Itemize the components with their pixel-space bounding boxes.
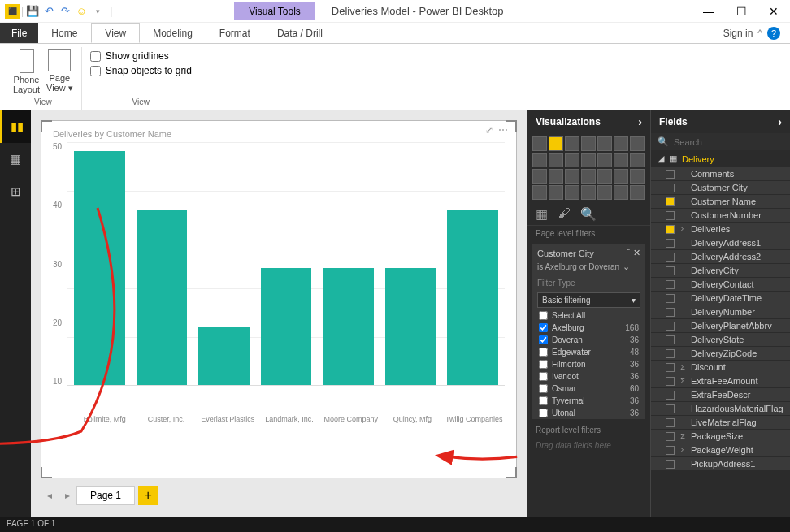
viz-type-icon[interactable] — [581, 169, 596, 184]
field-checkbox[interactable] — [666, 197, 675, 206]
collapse-panel-icon[interactable]: › — [638, 115, 642, 128]
field-row[interactable]: DeliveryDateTime — [651, 292, 790, 305]
snap-to-grid-checkbox[interactable]: Snap objects to grid — [90, 65, 192, 76]
filter-value-row[interactable]: Osmar60 — [532, 383, 645, 395]
page-prev-button[interactable]: ◂ — [41, 490, 59, 501]
viz-type-icon[interactable] — [581, 136, 596, 151]
field-row[interactable]: DeliveryCity — [651, 264, 790, 278]
page-tab[interactable]: Page 1 — [76, 486, 135, 505]
page-next-button[interactable]: ▸ — [59, 490, 76, 501]
chart-bar[interactable] — [137, 210, 188, 385]
model-view-button[interactable]: ⊞ — [0, 175, 31, 208]
field-row[interactable]: ΣDiscount — [651, 361, 790, 374]
field-row[interactable]: ExtraFeeDescr — [651, 388, 790, 402]
viz-type-icon[interactable] — [532, 136, 547, 151]
field-row[interactable]: CustomerNumber — [651, 209, 790, 223]
maximize-button[interactable]: ☐ — [725, 0, 757, 23]
format-icon[interactable]: 🖌 — [558, 206, 571, 222]
collapse-panel-icon[interactable]: › — [778, 115, 782, 128]
viz-type-icon[interactable] — [597, 169, 612, 184]
field-row[interactable]: DeliveryNumber — [651, 305, 790, 319]
field-row[interactable]: ΣDeliveries — [651, 223, 790, 236]
page-view-button[interactable]: Page View ▾ — [46, 49, 73, 93]
field-checkbox[interactable] — [666, 349, 675, 358]
viz-type-icon[interactable] — [630, 153, 645, 167]
viz-type-icon[interactable] — [614, 136, 628, 151]
field-checkbox[interactable] — [666, 460, 675, 469]
field-row[interactable]: ΣExtraFeeAmount — [651, 374, 790, 388]
filter-value-row[interactable]: Utonal36 — [532, 407, 645, 419]
filter-value-row[interactable]: Doveran36 — [532, 334, 645, 346]
field-checkbox[interactable] — [666, 280, 675, 289]
viz-type-icon[interactable] — [581, 153, 596, 167]
field-row[interactable]: ΣPackageSize — [651, 430, 790, 443]
close-button[interactable]: ✕ — [757, 0, 790, 23]
field-row[interactable]: Comments — [651, 167, 790, 181]
filter-type-dropdown[interactable]: Basic filtering▾ — [537, 292, 640, 308]
field-checkbox[interactable] — [666, 239, 675, 248]
viz-type-icon[interactable] — [630, 169, 645, 184]
field-row[interactable]: DeliveryZipCode — [651, 347, 790, 361]
field-checkbox[interactable] — [666, 253, 675, 262]
viz-type-icon[interactable] — [549, 136, 563, 151]
field-checkbox[interactable] — [666, 266, 675, 275]
viz-type-icon[interactable] — [614, 153, 628, 167]
analytics-icon[interactable]: 🔍 — [580, 206, 597, 222]
viz-type-icon[interactable] — [532, 185, 547, 200]
ribbon-tab-home[interactable]: Home — [38, 23, 91, 43]
chart-bar[interactable] — [447, 210, 498, 385]
report-view-button[interactable]: ▮▮ — [0, 110, 31, 143]
field-checkbox[interactable] — [666, 308, 675, 317]
viz-type-icon[interactable] — [614, 185, 628, 200]
filter-value-row[interactable]: Ivandot36 — [532, 370, 645, 383]
field-row[interactable]: ΣPackageWeight — [651, 443, 790, 457]
field-checkbox[interactable] — [666, 184, 675, 192]
data-view-button[interactable]: ▦ — [0, 143, 31, 175]
viz-type-icon[interactable] — [532, 169, 547, 184]
field-checkbox[interactable] — [666, 446, 675, 455]
qa-dropdown-icon[interactable]: ▾ — [90, 4, 105, 19]
collapse-table-icon[interactable]: ◢ — [658, 154, 664, 164]
filter-card[interactable]: Customer City ˆ ✕ is Axelburg or Doveran… — [532, 244, 645, 419]
viz-type-icon[interactable] — [597, 153, 612, 167]
viz-type-icon[interactable] — [549, 185, 563, 200]
minimize-button[interactable]: — — [692, 0, 725, 23]
ribbon-tab-modeling[interactable]: Modeling — [140, 23, 206, 43]
filter-select-all[interactable]: Select All — [532, 309, 645, 322]
filter-value-row[interactable]: Axelburg168 — [532, 322, 645, 334]
viz-type-icon[interactable] — [614, 169, 628, 184]
report-canvas[interactable]: ⤢ ⋯ Deliveries by Customer Name 50403020… — [31, 110, 527, 517]
viz-type-icon[interactable] — [565, 169, 579, 184]
field-checkbox[interactable] — [666, 418, 675, 427]
help-icon[interactable]: ? — [767, 27, 780, 40]
field-checkbox[interactable] — [666, 404, 675, 413]
viz-type-icon[interactable] — [565, 185, 579, 200]
field-row[interactable]: DeliveryContact — [651, 278, 790, 292]
field-checkbox[interactable] — [666, 391, 675, 400]
undo-icon[interactable]: ↶ — [41, 4, 56, 19]
field-checkbox[interactable] — [666, 294, 675, 303]
field-checkbox[interactable] — [666, 211, 675, 220]
file-tab[interactable]: File — [0, 23, 38, 43]
clear-filter-icon[interactable]: ⌄ — [623, 262, 630, 272]
field-checkbox[interactable] — [666, 432, 675, 441]
field-checkbox[interactable] — [666, 363, 675, 372]
viz-type-icon[interactable] — [532, 153, 547, 167]
field-row[interactable]: DeliveryPlanetAbbrv — [651, 319, 790, 333]
field-row[interactable]: DeliveryAddress2 — [651, 250, 790, 264]
viz-type-icon[interactable] — [581, 185, 596, 200]
field-row[interactable]: PickupAddress1 — [651, 457, 790, 471]
field-checkbox[interactable] — [666, 225, 675, 234]
chart-visual[interactable]: ⤢ ⋯ Deliveries by Customer Name 50403020… — [41, 120, 517, 478]
redo-icon[interactable]: ↷ — [58, 4, 72, 19]
ribbon-tab-datadrill[interactable]: Data / Drill — [264, 23, 336, 43]
chart-bar[interactable] — [74, 151, 125, 385]
viz-type-icon[interactable] — [549, 169, 563, 184]
more-options-icon[interactable]: ⋯ — [498, 124, 508, 136]
show-gridlines-checkbox[interactable]: Show gridlines — [90, 50, 192, 62]
chevron-up-icon[interactable]: ^ — [757, 28, 762, 39]
viz-type-icon[interactable] — [630, 136, 645, 151]
field-checkbox[interactable] — [666, 170, 675, 179]
viz-type-icon[interactable] — [549, 153, 563, 167]
filter-value-row[interactable]: Edgewater48 — [532, 346, 645, 358]
